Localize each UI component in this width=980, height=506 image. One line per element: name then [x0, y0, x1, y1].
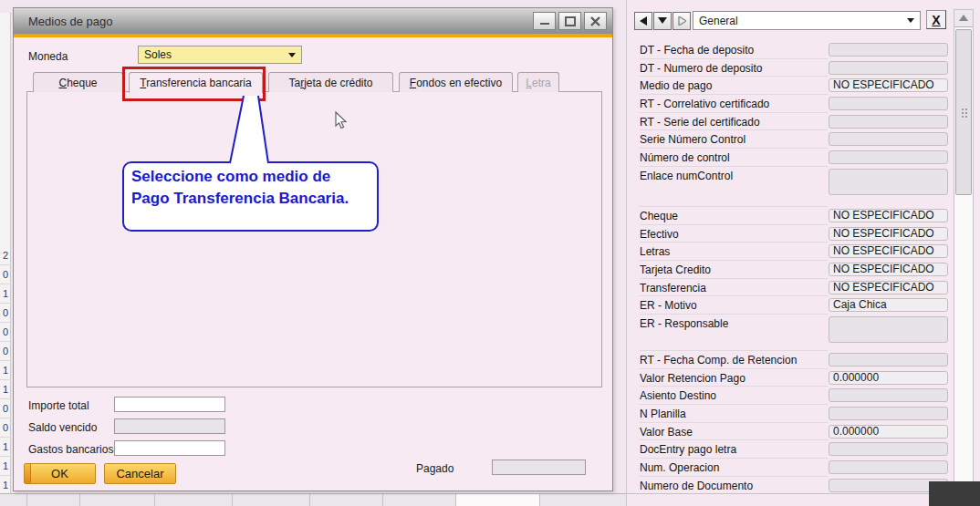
property-row: Num. Operacion: [640, 460, 948, 478]
property-value-field[interactable]: 0.000000: [829, 425, 948, 439]
property-value-field[interactable]: [829, 43, 948, 57]
property-label: Transferencia: [640, 282, 706, 294]
property-label: N Planilla: [640, 408, 686, 420]
background-grid-cell: 0: [0, 265, 11, 284]
callout-annotation: Seleccione como medio de Pago Transferen…: [122, 161, 379, 232]
minimize-button[interactable]: [533, 12, 556, 30]
property-value-field[interactable]: [829, 61, 948, 75]
property-value-field[interactable]: NO ESPECIFICADO: [829, 227, 948, 241]
saldo-vencido-label: Saldo vencido: [28, 421, 97, 434]
background-grid-cell: 0: [0, 418, 11, 438]
property-label: Número de control: [640, 151, 730, 164]
property-value-field[interactable]: [829, 407, 948, 420]
ok-button[interactable]: OK: [24, 463, 96, 484]
property-value-field[interactable]: [829, 353, 948, 367]
panel-scrollbar[interactable]: [954, 9, 974, 506]
category-combo[interactable]: General: [693, 11, 921, 30]
scroll-up-button[interactable]: [954, 10, 973, 27]
background-cell-text: 1: [3, 288, 8, 299]
moneda-combo[interactable]: Soles: [138, 46, 302, 64]
importe-total-input[interactable]: [114, 397, 225, 412]
property-label: Medio de pago: [640, 79, 712, 92]
thumb-grip-icon: [962, 108, 964, 110]
tab-label: Cheque: [58, 77, 97, 89]
gastos-bancarios-input[interactable]: [114, 440, 225, 456]
background-cell-text: 1: [3, 365, 8, 376]
property-label: DT - Numero de deposito: [640, 62, 763, 75]
importe-total-label: Importe total: [28, 399, 89, 412]
tab-fondos-en-efectivo[interactable]: Fondos en efectivo: [399, 72, 513, 92]
callout-tail: [224, 94, 278, 167]
panel-bottom-line: [627, 493, 948, 494]
category-nav: [634, 12, 691, 30]
background-grid-cell: 0: [0, 304, 11, 323]
tab-letra: Letra: [517, 72, 559, 92]
background-grid-cell: 0: [0, 399, 11, 418]
property-value-field[interactable]: NO ESPECIFICADO: [829, 78, 948, 92]
property-row: Valor Base 0.000000: [640, 424, 948, 442]
strip-cell: [155, 494, 233, 506]
property-row: Cheque NO ESPECIFICADO: [640, 208, 948, 226]
window-titlebar[interactable]: Medios de pago: [14, 8, 612, 34]
tab-transferencia-bancaria[interactable]: Transferencia bancaria: [129, 72, 263, 93]
next-category-button[interactable]: [672, 12, 691, 30]
property-value-field[interactable]: [829, 132, 948, 146]
background-grid-rows: 2010001100111: [0, 246, 11, 495]
scrollbar-thumb[interactable]: [955, 29, 972, 195]
property-value-field[interactable]: [829, 460, 948, 474]
tab-tarjeta-de-credito[interactable]: Tarjeta de crédito: [268, 72, 393, 92]
maximize-icon: [565, 16, 576, 26]
arrow-right-icon: [678, 16, 686, 26]
property-row: N Planilla: [640, 406, 948, 424]
property-row: DT - Fecha de deposito: [640, 42, 948, 60]
property-label: RT - Correlativo certificado: [640, 98, 769, 110]
property-value-field[interactable]: [829, 97, 948, 110]
background-grid-cell: 0: [0, 342, 11, 361]
background-cell-text: 1: [3, 441, 8, 452]
property-value-field[interactable]: [829, 442, 948, 456]
property-row: Tarjeta Credito NO ESPECIFICADO: [640, 262, 948, 280]
property-value-field[interactable]: [829, 169, 948, 195]
maximize-button[interactable]: [558, 12, 581, 30]
property-value-field[interactable]: Caja Chica: [829, 298, 948, 312]
property-value-field[interactable]: NO ESPECIFICADO: [829, 244, 948, 258]
prev-category-button[interactable]: [634, 12, 652, 30]
property-value-field[interactable]: NO ESPECIFICADO: [829, 209, 948, 222]
property-value-field[interactable]: 0.000000: [829, 371, 948, 385]
focus-strip: [25, 464, 31, 483]
background-grid-cell: 1: [0, 457, 11, 476]
property-value-field[interactable]: NO ESPECIFICADO: [829, 281, 948, 294]
property-row: Medio de pago NO ESPECIFICADO: [640, 77, 948, 96]
property-row: Transferencia NO ESPECIFICADO: [640, 280, 948, 298]
ok-label: OK: [51, 467, 68, 480]
user-fields-panel: General X DT - Fecha de deposito DT - Nu…: [626, 0, 980, 506]
property-label: Serie Número Control: [640, 133, 745, 146]
property-label: DocEntry pago letra: [640, 443, 736, 456]
tab-cheque[interactable]: Cheque: [33, 72, 123, 92]
property-value-field[interactable]: [829, 115, 948, 129]
tab-label: Fondos en efectivo: [410, 77, 502, 89]
property-value-field[interactable]: [829, 316, 948, 343]
property-label: RT - Serie del certificado: [640, 116, 760, 129]
moneda-value: Soles: [144, 48, 172, 61]
background-cell-text: 0: [3, 422, 8, 433]
property-value-field[interactable]: [829, 150, 948, 164]
moneda-label: Moneda: [28, 50, 68, 63]
background-grid-cell: 0: [0, 323, 11, 342]
property-label: Valor Base: [640, 426, 693, 439]
property-label: Tarjeta Credito: [640, 263, 711, 276]
close-button[interactable]: [584, 12, 607, 30]
property-label: ER - Motivo: [640, 299, 697, 312]
callout-text: Seleccione como medio de Pago Transferen…: [131, 168, 349, 207]
property-value-field[interactable]: NO ESPECIFICADO: [829, 263, 948, 276]
property-row: RT - Correlativo certificado: [640, 96, 948, 114]
chevron-down-icon: [288, 53, 296, 57]
property-rows: DT - Fecha de deposito DT - Numero de de…: [640, 42, 948, 495]
category-dropdown-button[interactable]: [653, 12, 672, 30]
panel-close-button[interactable]: X: [926, 10, 946, 29]
property-label: Cheque: [640, 210, 678, 222]
gastos-bancarios-label: Gastos bancarios: [28, 443, 113, 456]
property-value-field[interactable]: [829, 388, 948, 402]
cancel-button[interactable]: Cancelar: [104, 463, 176, 484]
property-label: Enlace numControl: [640, 170, 733, 182]
